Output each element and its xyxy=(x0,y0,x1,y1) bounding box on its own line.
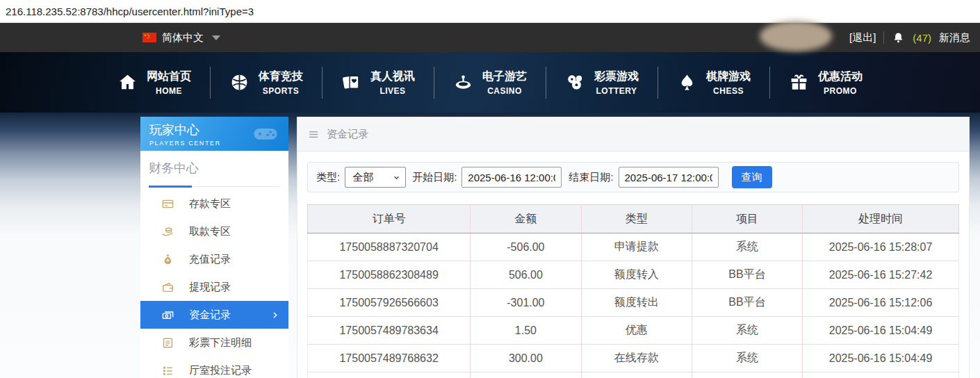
wallet-icon xyxy=(161,281,174,294)
redacted-username xyxy=(760,21,832,51)
table-row: 1750057926566603-301.00额度转出BB平台2025-06-1… xyxy=(308,289,959,317)
sidebar-item-label: 取款专区 xyxy=(189,225,231,238)
spade-icon xyxy=(677,72,697,92)
china-flag-icon xyxy=(142,33,156,42)
end-date-label: 结束日期: xyxy=(569,171,613,184)
nav-item-casino[interactable]: 电子游艺CASINO xyxy=(434,69,546,96)
nav-item-sports[interactable]: 体育竞技SPORTS xyxy=(211,69,322,96)
table-header-cell: 订单号 xyxy=(308,205,471,233)
browser-address-bar[interactable]: 216.118.235.52:8783/hhcp/usercenter.html… xyxy=(0,0,980,23)
lottery-balls-icon xyxy=(565,72,585,92)
table-cell: 506.00 xyxy=(471,261,581,289)
home-icon xyxy=(117,72,138,92)
nav-item-label-zh: 真人视讯 xyxy=(370,69,415,84)
table-cell: BB平台 xyxy=(692,289,802,317)
language-selector[interactable]: 简体中文 xyxy=(142,31,220,44)
table-header-cell: 项目 xyxy=(692,205,802,233)
nav-item-home[interactable]: 网站首页HOME xyxy=(99,69,210,96)
table-row: 1750058887320704-506.00申请提款系统2025-06-16 … xyxy=(308,233,959,261)
sidebar-item-funds-records[interactable]: 资金记录 xyxy=(140,301,288,329)
nav-item-lives[interactable]: 真人视讯LIVES xyxy=(322,69,434,96)
table-header-row: 订单号金额类型项目处理时间 xyxy=(308,205,959,233)
breadcrumb-label: 资金记录 xyxy=(327,128,368,141)
sidebar-item-withdraw-zone[interactable]: 取款专区 xyxy=(140,217,288,245)
table-cell: 额度转入 xyxy=(581,261,692,289)
sports-ball-icon xyxy=(229,72,250,92)
money-bag-icon xyxy=(161,253,174,266)
table-cell: 2025-06-16 15:04:49 xyxy=(803,345,959,372)
nav-item-chess[interactable]: 棋牌游戏CHESS xyxy=(658,69,769,96)
table-cell: 系统 xyxy=(692,233,802,261)
logout-button[interactable]: [退出] xyxy=(849,31,876,44)
message-link[interactable]: 新消息 xyxy=(939,31,970,44)
nav-item-label-zh: 棋牌游戏 xyxy=(706,69,751,84)
nav-item-text: 优惠活动PROMO xyxy=(818,69,863,96)
sidebar-item-recharge-records[interactable]: 充值记录 xyxy=(140,245,288,273)
sidebar-item-lottery-bet-details[interactable]: 彩票下注明细 xyxy=(140,329,288,356)
nav-item-promo[interactable]: 优惠活动PROMO xyxy=(770,69,881,96)
message-count[interactable]: (47) xyxy=(913,32,931,44)
table-cell: 1.50 xyxy=(471,317,581,345)
cash-icon xyxy=(161,309,174,322)
nav-item-label-zh: 电子游艺 xyxy=(482,69,527,84)
nav-item-text: 体育竞技SPORTS xyxy=(259,69,303,96)
table-cell: -301.00 xyxy=(471,289,581,317)
table-row-partial xyxy=(308,372,959,378)
table-cell: 2025-06-16 15:04:49 xyxy=(803,317,959,345)
nav-item-label-zh: 优惠活动 xyxy=(818,69,863,84)
table-cell: 2025-06-16 15:12:06 xyxy=(803,289,959,317)
nav-item-lottery[interactable]: 彩票游戏LOTTERY xyxy=(546,69,658,96)
hamburger-icon[interactable] xyxy=(308,129,320,140)
nav-item-text: 棋牌游戏CHESS xyxy=(706,69,751,96)
nav-item-text: 彩票游戏LOTTERY xyxy=(594,69,639,96)
table-cell: 300.00 xyxy=(471,345,581,372)
hand-money-icon xyxy=(161,225,174,238)
account-bar: 简体中文 [退出] (47) 新消息 xyxy=(0,23,980,52)
table-row: 1750057489768632300.00在线存款系统2025-06-16 1… xyxy=(308,345,959,372)
sidebar-item-deposit-zone[interactable]: 存款专区 xyxy=(140,190,288,217)
chevron-down-icon xyxy=(212,35,220,40)
table-cell: 系统 xyxy=(692,345,802,372)
sidebar-item-label: 厅室投注记录 xyxy=(189,364,252,377)
nav-item-label-en: SPORTS xyxy=(259,86,303,96)
table-cell xyxy=(803,372,959,378)
table-cell: 额度转出 xyxy=(581,289,692,317)
table-cell xyxy=(581,372,692,378)
nav-item-text: 真人视讯LIVES xyxy=(370,69,415,96)
start-date-input[interactable] xyxy=(462,167,562,188)
type-select-value: 全部 xyxy=(352,171,373,184)
sidebar-header: 玩家中心 PLAYERS CENTER xyxy=(140,117,288,151)
nav-item-label-en: HOME xyxy=(147,86,191,96)
sidebar-item-label: 资金记录 xyxy=(189,309,231,322)
table-cell: 1750057489768632 xyxy=(308,345,471,372)
sidebar-item-hall-bet-records[interactable]: 厅室投注记录 xyxy=(140,356,288,378)
table-row: 17500574897836341.50优惠系统2025-06-16 15:04… xyxy=(308,317,959,345)
sidebar-item-withdrawal-records[interactable]: 提现记录 xyxy=(140,273,288,301)
search-button[interactable]: 查询 xyxy=(732,166,772,188)
table-row: 1750058862308489506.00额度转入BB平台2025-06-16… xyxy=(308,261,959,289)
end-date-input[interactable] xyxy=(619,167,719,188)
gamepad-icon xyxy=(250,120,281,147)
table-cell: 系统 xyxy=(692,317,802,345)
table-cell xyxy=(308,372,471,378)
nav-item-text: 网站首页HOME xyxy=(147,69,191,96)
page-background: 玩家中心 PLAYERS CENTER 财务中心 存款专区取款专区充值记录提现记… xyxy=(0,113,980,378)
gift-icon xyxy=(789,72,809,92)
browser-url[interactable]: 216.118.235.52:8783/hhcp/usercenter.html… xyxy=(6,6,254,17)
funds-record-table: 订单号金额类型项目处理时间 1750058887320704-506.00申请提… xyxy=(307,204,959,378)
sidebar-item-label: 提现记录 xyxy=(189,281,231,294)
nav-item-label-zh: 体育竞技 xyxy=(259,69,303,84)
nav-item-label-en: CASINO xyxy=(482,86,527,96)
nav-item-label-en: LOTTERY xyxy=(594,86,639,96)
sidebar-item-label: 充值记录 xyxy=(189,253,231,266)
nav-item-label-zh: 网站首页 xyxy=(147,69,191,84)
type-select[interactable]: 全部 xyxy=(345,167,406,188)
table-cell: 优惠 xyxy=(581,317,692,345)
sidebar-item-label: 存款专区 xyxy=(189,197,231,211)
bell-icon[interactable] xyxy=(892,31,905,44)
select-caret-icon xyxy=(393,174,400,181)
breadcrumb: 资金记录 xyxy=(297,117,969,151)
table-cell: 1750058862308489 xyxy=(308,261,471,289)
sidebar-section-title: 财务中心 xyxy=(149,160,280,187)
table-cell: 申请提款 xyxy=(581,233,692,261)
